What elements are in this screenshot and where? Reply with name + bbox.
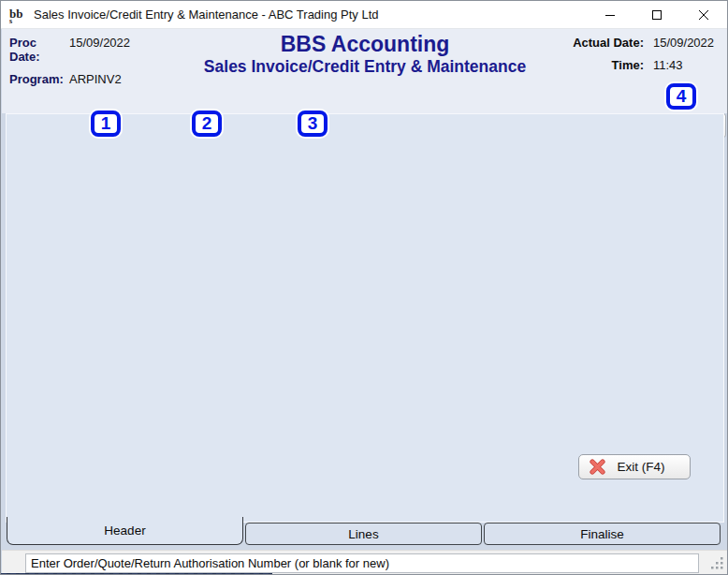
- minimize-button[interactable]: [587, 1, 633, 29]
- maximize-button[interactable]: [633, 1, 680, 29]
- annotation-number: 3: [308, 113, 318, 134]
- window-title: Sales Invoice/Credit Entry & Maintenance…: [34, 7, 379, 22]
- app-window: bb s Sales Invoice/Credit Entry & Mainte…: [0, 0, 728, 575]
- exit-label: Exit (F4): [605, 460, 677, 474]
- close-icon: [698, 9, 709, 21]
- minimize-icon: [604, 9, 616, 21]
- time-value: 11:43: [653, 58, 721, 72]
- tab-finalise-label: Finalise: [580, 527, 624, 541]
- bbs-logo-icon: bb s: [7, 6, 26, 24]
- tab-lines[interactable]: Lines: [245, 523, 482, 545]
- tab-finalise[interactable]: Finalise: [484, 523, 721, 545]
- annotation-number: 4: [677, 86, 687, 107]
- resize-grip[interactable]: [709, 556, 724, 570]
- header-band: Proc Date: 15/09/2022 Program: ARPINV2 B…: [2, 29, 728, 113]
- annotation-marker-4: 4: [666, 83, 696, 110]
- annotation-number: 2: [202, 113, 212, 134]
- annotation-number: 1: [101, 113, 111, 134]
- status-message: Enter Order/Quote/Return Authorisation N…: [25, 553, 699, 573]
- annotation-marker-1: 1: [91, 111, 121, 137]
- titlebar: bb s Sales Invoice/Credit Entry & Mainte…: [1, 1, 727, 29]
- actual-date-value: 15/09/2022: [653, 36, 721, 50]
- tab-header[interactable]: Header: [7, 517, 243, 545]
- tab-header-label: Header: [104, 523, 145, 538]
- tab-lines-label: Lines: [348, 527, 378, 541]
- exit-x-icon: [590, 459, 605, 475]
- annotation-marker-2: 2: [192, 111, 222, 137]
- actual-date-label: Actual Date:: [573, 36, 644, 50]
- close-button[interactable]: [680, 1, 727, 29]
- maximize-icon: [651, 9, 662, 21]
- exit-button[interactable]: Exit (F4): [578, 454, 691, 479]
- svg-text:s: s: [9, 17, 12, 24]
- annotation-marker-3: 3: [298, 111, 328, 137]
- time-label: Time:: [612, 58, 644, 72]
- status-bar: Enter Order/Quote/Return Authorisation N…: [2, 550, 728, 574]
